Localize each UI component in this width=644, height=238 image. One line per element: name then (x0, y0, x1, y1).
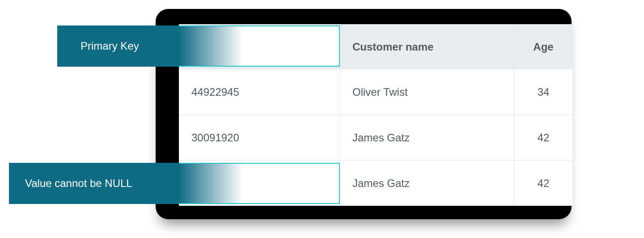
cell-customer-name: James Gatz (340, 115, 514, 160)
cell-customer-name: James Gatz (340, 161, 514, 206)
callout-label: Primary Key (80, 40, 139, 52)
callout-label: Value cannot be NULL (25, 177, 132, 190)
highlight-box (179, 26, 340, 67)
cell-age: 34 (514, 69, 572, 115)
cell-customer-id: 30091920 (179, 115, 340, 160)
cell-age: 42 (514, 115, 572, 160)
callout-null-warning: Value cannot be NULL (9, 163, 340, 204)
table-row: 30091920 James Gatz 42 (179, 115, 572, 161)
table-row: 44922945 Oliver Twist 34 (179, 69, 572, 115)
diagram-stage: Customer ID Customer name Age 44922945 O… (0, 0, 644, 238)
cell-age: 42 (514, 161, 572, 206)
highlight-box (179, 163, 340, 204)
header-age: Age (514, 24, 572, 69)
header-customer-name: Customer name (340, 24, 514, 69)
cell-customer-name: Oliver Twist (340, 69, 514, 115)
callout-primary-key: Primary Key (57, 26, 340, 67)
cell-customer-id: 44922945 (179, 69, 340, 115)
